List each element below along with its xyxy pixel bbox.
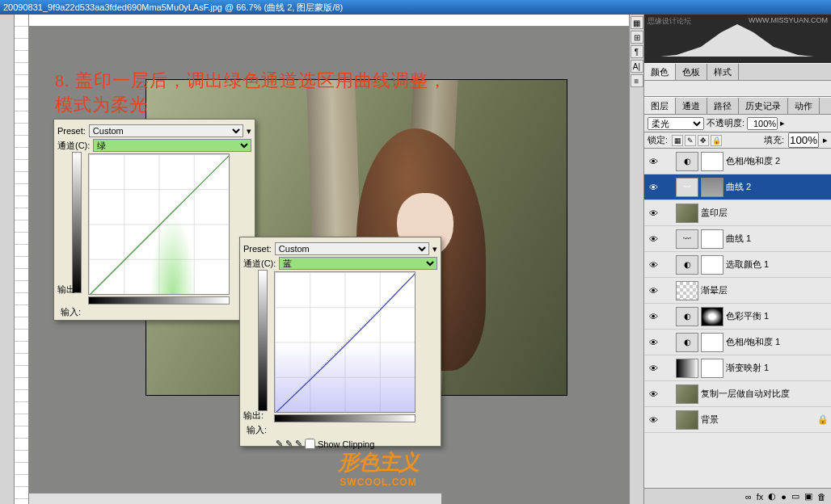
blend-mode-select[interactable]: 柔光 <box>648 117 704 130</box>
layers-list[interactable]: 👁◐色相/饱和度 2👁〰曲线 2👁盖印层👁〰曲线 1👁◐选取颜色 1👁渐晕层👁◐… <box>644 149 831 488</box>
visibility-eye-icon[interactable]: 👁 <box>647 258 660 271</box>
visibility-eye-icon[interactable]: 👁 <box>647 310 660 323</box>
tool-button[interactable]: ¶ <box>631 45 643 58</box>
curve-grid[interactable] <box>88 153 230 295</box>
delete-layer-icon[interactable]: 🗑 <box>817 492 826 502</box>
layer-row[interactable]: 👁背景🔒 <box>644 407 831 433</box>
layer-name[interactable]: 复制一层做自动对比度 <box>701 388 829 400</box>
layer-name[interactable]: 色相/饱和度 1 <box>726 336 829 348</box>
layer-mask-thumbnail[interactable] <box>701 307 723 326</box>
ruler-horizontal[interactable] <box>29 15 629 27</box>
layer-thumbnail[interactable] <box>676 204 698 223</box>
layer-mask-thumbnail[interactable] <box>701 255 723 275</box>
layer-name[interactable]: 渐晕层 <box>701 284 829 296</box>
lock-all-icon[interactable]: 🔒 <box>711 135 722 146</box>
lock-position-icon[interactable]: ✥ <box>698 135 709 146</box>
channel-select[interactable]: 绿 <box>93 139 251 152</box>
new-layer-icon[interactable]: ▣ <box>804 491 812 502</box>
canvas[interactable]: 8. 盖印一层后，调出绿色通道选区用曲线调整， 模式为柔光 Preset: Cu… <box>29 27 629 504</box>
layer-thumbnail[interactable] <box>676 410 698 430</box>
layer-row[interactable]: 👁◐色相/饱和度 2 <box>644 149 831 174</box>
layer-name[interactable]: 色彩平衡 1 <box>726 310 829 322</box>
curves-dialog-blue[interactable]: Preset: Custom ▾ 通道(C): 蓝 输出: <box>239 237 441 447</box>
chevron-right-icon[interactable]: ▸ <box>780 118 785 128</box>
visibility-eye-icon[interactable]: 👁 <box>647 362 660 375</box>
layer-thumbnail[interactable] <box>676 359 698 378</box>
tab-styles[interactable]: 样式 <box>707 64 739 80</box>
layer-mask-thumbnail[interactable] <box>701 178 723 197</box>
layer-row[interactable]: 👁〰曲线 1 <box>644 226 831 252</box>
visibility-eye-icon[interactable]: 👁 <box>647 388 660 401</box>
channel-select[interactable]: 蓝 <box>279 257 437 270</box>
layer-name[interactable]: 盖印层 <box>701 207 829 219</box>
visibility-eye-icon[interactable]: 👁 <box>647 284 660 297</box>
visibility-eye-icon[interactable]: 👁 <box>647 181 660 194</box>
options-icon[interactable]: ▾ <box>247 126 251 136</box>
layer-mask-thumbnail[interactable] <box>701 152 723 171</box>
histogram-graph <box>660 23 814 57</box>
tab-history[interactable]: 历史记录 <box>739 98 788 114</box>
layer-row[interactable]: 👁盖印层 <box>644 200 831 226</box>
curve-grid[interactable] <box>274 271 416 413</box>
tool-button[interactable]: A| <box>631 60 643 73</box>
tool-button[interactable]: ▦ <box>631 16 643 29</box>
curves-dialog-green[interactable]: Preset: Custom ▾ 通道(C): 绿 输出: <box>53 119 255 321</box>
layer-row[interactable]: 👁〰曲线 2 <box>644 174 831 200</box>
adjustment-icon[interactable]: ● <box>781 492 787 502</box>
layer-row[interactable]: 👁复制一层做自动对比度 <box>644 381 831 407</box>
visibility-eye-icon[interactable]: 👁 <box>647 414 660 426</box>
lock-pixels-icon[interactable]: ✎ <box>685 135 696 146</box>
eyedropper-icon[interactable]: ✎ <box>295 439 302 449</box>
layer-thumbnail[interactable]: 〰 <box>676 178 698 197</box>
opacity-input[interactable] <box>747 117 778 130</box>
tab-actions[interactable]: 动作 <box>788 98 820 114</box>
ruler-vertical[interactable] <box>15 15 29 504</box>
lock-transparency-icon[interactable]: ▦ <box>672 135 683 146</box>
eyedropper-icon[interactable]: ✎ <box>276 439 283 449</box>
layer-thumbnail[interactable] <box>676 384 698 404</box>
new-group-icon[interactable]: ▭ <box>791 491 799 502</box>
layer-thumbnail[interactable] <box>676 281 698 300</box>
layer-fx-icon[interactable]: fx <box>757 492 764 502</box>
preset-select[interactable]: Custom <box>275 242 429 255</box>
tool-button[interactable]: ⊞ <box>631 31 643 44</box>
fill-input[interactable] <box>788 132 819 148</box>
layer-row[interactable]: 👁◐选取颜色 1 <box>644 252 831 278</box>
tool-button[interactable]: ≡ <box>631 74 643 87</box>
visibility-eye-icon[interactable]: 👁 <box>647 207 660 220</box>
tab-paths[interactable]: 路径 <box>707 98 739 114</box>
tab-color[interactable]: 颜色 <box>644 64 676 80</box>
layer-thumbnail[interactable]: 〰 <box>676 229 698 249</box>
tab-swatches[interactable]: 色板 <box>676 64 707 80</box>
preset-select[interactable]: Custom <box>89 124 243 137</box>
layer-name[interactable]: 选取颜色 1 <box>726 258 829 271</box>
layer-name[interactable]: 背景 <box>701 414 815 426</box>
options-icon[interactable]: ▾ <box>432 244 437 254</box>
layer-mask-thumbnail[interactable] <box>701 229 723 249</box>
visibility-eye-icon[interactable]: 👁 <box>647 336 660 349</box>
layer-row[interactable]: 👁◐色相/饱和度 1 <box>644 330 831 355</box>
layer-mask-thumbnail[interactable] <box>701 333 723 352</box>
visibility-eye-icon[interactable]: 👁 <box>647 155 660 168</box>
layer-row[interactable]: 👁渐晕层 <box>644 278 831 304</box>
link-layers-icon[interactable]: ∞ <box>745 492 752 502</box>
layer-thumbnail[interactable]: ◐ <box>676 255 698 275</box>
show-clipping[interactable]: ✎ ✎ ✎ Show Clipping <box>276 439 437 449</box>
layer-name[interactable]: 渐变映射 1 <box>726 362 829 374</box>
tab-channels[interactable]: 通道 <box>676 98 707 114</box>
layer-mask-thumbnail[interactable] <box>701 359 723 378</box>
layer-name[interactable]: 曲线 2 <box>726 181 829 193</box>
layer-thumbnail[interactable]: ◐ <box>676 307 698 326</box>
layer-name[interactable]: 曲线 1 <box>726 233 829 245</box>
layer-thumbnail[interactable]: ◐ <box>676 333 698 352</box>
layer-row[interactable]: 👁◐色彩平衡 1 <box>644 304 831 330</box>
add-mask-icon[interactable]: ◐ <box>768 491 776 502</box>
chevron-right-icon[interactable]: ▸ <box>823 135 828 145</box>
tab-layers[interactable]: 图层 <box>644 98 676 114</box>
layer-name[interactable]: 色相/饱和度 2 <box>726 155 829 167</box>
visibility-eye-icon[interactable]: 👁 <box>647 233 660 246</box>
show-clipping-checkbox[interactable] <box>305 439 315 449</box>
eyedropper-icon[interactable]: ✎ <box>285 439 293 449</box>
layer-thumbnail[interactable]: ◐ <box>676 152 698 171</box>
layer-row[interactable]: 👁渐变映射 1 <box>644 355 831 381</box>
